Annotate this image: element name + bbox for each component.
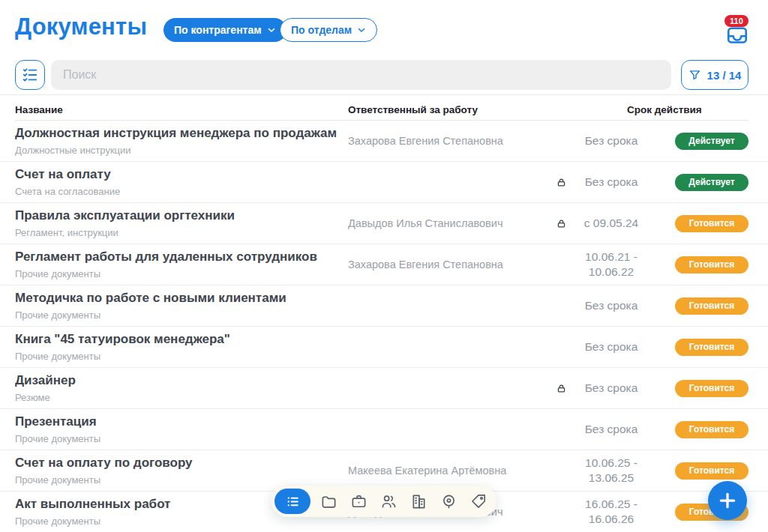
checklist-icon	[22, 67, 38, 83]
table-row[interactable]: Методичка по работе с новыми клиентами П…	[0, 285, 768, 327]
document-name-cell: Счет на оплату по договору Прочие докуме…	[15, 456, 348, 485]
lock-cell	[552, 425, 570, 435]
by-department-label: По отделам	[291, 24, 352, 36]
add-document-button[interactable]	[708, 481, 747, 520]
table-row[interactable]: Регламент работы для удаленных сотрудник…	[0, 244, 768, 285]
status-badge: Готовится	[675, 380, 748, 397]
inbox-count-badge: 110	[724, 15, 748, 27]
by-department-dropdown[interactable]: По отделам	[280, 18, 377, 42]
validity-period: Без срока	[570, 175, 652, 190]
document-title: Правила эксплуатации оргтехники	[15, 208, 339, 223]
inbox-button[interactable]: 110	[723, 24, 752, 48]
nav-team-button[interactable]	[374, 486, 404, 517]
nav-company-button[interactable]	[404, 486, 434, 517]
lock-cell	[552, 384, 570, 393]
list-icon	[284, 493, 302, 510]
list-settings-button[interactable]	[15, 60, 45, 90]
document-list: Должностная инструкция менеджера по прод…	[0, 121, 768, 532]
lock-icon	[556, 178, 566, 187]
status-badge: Готовится	[675, 339, 748, 356]
nav-documents-button[interactable]	[274, 489, 310, 514]
document-name-cell: Методичка по работе с новыми клиентами П…	[15, 291, 348, 320]
lock-icon	[556, 384, 566, 393]
folder-icon	[320, 493, 338, 510]
table-row[interactable]: Должностная инструкция менеджера по прод…	[0, 121, 768, 162]
validity-period: 16.06.25 - 16.06.26	[570, 497, 652, 527]
table-row[interactable]: Дизайнер Резюме Без срока Готовится	[0, 368, 768, 409]
document-category: Прочие документы	[15, 474, 339, 486]
validity-period: Без срока	[570, 133, 652, 148]
document-title: Методичка по работе с новыми клиентами	[15, 291, 339, 306]
table-row[interactable]: Правила эксплуатации оргтехники Регламен…	[0, 203, 768, 244]
validity-period: Без срока	[570, 381, 652, 396]
nav-location-button[interactable]	[434, 486, 464, 517]
chevron-down-icon	[357, 25, 366, 34]
table-row[interactable]: Книга "45 татуировок менеджера" Прочие д…	[0, 327, 768, 368]
document-category: Должностные инструкции	[15, 145, 339, 156]
lock-cell	[552, 507, 570, 517]
search-row: 13 / 14	[15, 60, 748, 90]
briefcase-icon	[350, 493, 368, 510]
status-badge: Готовится	[675, 256, 748, 273]
table-row[interactable]: Презентация Прочие документы Без срока Г…	[0, 409, 768, 450]
plus-icon	[718, 491, 737, 510]
table-header: Название Ответственный за работу Срок де…	[0, 104, 768, 119]
building-icon	[410, 493, 428, 510]
document-title: Счет на оплату	[15, 167, 339, 182]
validity-period: Без срока	[570, 298, 652, 313]
document-category: Прочие документы	[15, 433, 339, 444]
document-title: Дизайнер	[15, 373, 339, 388]
bottom-toolbar	[272, 486, 496, 517]
status-badge: Действует	[675, 133, 748, 150]
document-name-cell: Презентация Прочие документы	[15, 414, 348, 444]
responsible-person: Захарова Евгения Степановна	[348, 135, 552, 147]
validity-period: Без срока	[570, 422, 652, 437]
inbox-icon	[724, 24, 751, 46]
divider	[0, 94, 768, 95]
document-category: Прочие документы	[15, 309, 339, 321]
validity-period: с 09.05.24	[570, 216, 652, 231]
column-header-responsible: Ответственный за работу	[348, 104, 478, 115]
funnel-icon	[688, 69, 701, 82]
document-name-cell: Должностная инструкция менеджера по прод…	[15, 126, 348, 155]
table-row[interactable]: Счет на оплату Счета на согласование Без…	[0, 162, 768, 203]
lock-icon	[556, 219, 566, 229]
lock-cell	[552, 342, 570, 352]
documents-page: Документы По контрагентам По отделам 110	[0, 0, 768, 532]
filter-count-button[interactable]: 13 / 14	[681, 60, 748, 90]
document-title: Должностная инструкция менеджера по прод…	[15, 126, 339, 141]
document-title: Презентация	[15, 414, 339, 429]
document-title: Регламент работы для удаленных сотрудник…	[15, 250, 339, 265]
page-title: Документы	[15, 13, 147, 40]
lock-cell	[552, 301, 570, 311]
nav-folders-button[interactable]	[314, 486, 344, 517]
lock-cell	[552, 466, 570, 476]
document-category: Прочие документы	[15, 351, 339, 362]
document-category: Регламент, инструкции	[15, 227, 339, 238]
lock-cell	[552, 178, 570, 187]
responsible-person: Давыдов Илья Станиславович	[348, 217, 552, 229]
nav-tags-button[interactable]	[464, 486, 494, 517]
validity-period: Без срока	[570, 339, 652, 354]
status-badge: Готовится	[675, 297, 748, 315]
chevron-down-icon	[267, 25, 276, 34]
by-counterparty-dropdown[interactable]: По контрагентам	[164, 18, 286, 42]
status-badge: Действует	[675, 174, 748, 191]
document-name-cell: Правила эксплуатации оргтехники Регламен…	[15, 208, 348, 238]
location-icon	[440, 493, 458, 510]
document-title: Книга "45 татуировок менеджера"	[15, 332, 339, 347]
status-badge: Готовится	[675, 215, 748, 232]
document-category: Резюме	[15, 392, 339, 403]
status-badge: Готовится	[675, 421, 748, 438]
document-category: Прочие документы	[15, 268, 339, 279]
document-name-cell: Регламент работы для удаленных сотрудник…	[15, 250, 348, 279]
tag-icon	[470, 493, 488, 510]
nav-briefcase-button[interactable]	[344, 486, 374, 517]
team-icon	[380, 493, 398, 510]
document-name-cell: Дизайнер Резюме	[15, 373, 348, 402]
search-input[interactable]	[51, 60, 671, 90]
column-header-validity: Срок действия	[627, 104, 702, 115]
validity-period: 10.06.25 - 13.06.25	[570, 456, 652, 486]
responsible-person: Макеева Екатерина Артёмовна	[348, 465, 552, 477]
filter-count-label: 13 / 14	[707, 69, 742, 82]
